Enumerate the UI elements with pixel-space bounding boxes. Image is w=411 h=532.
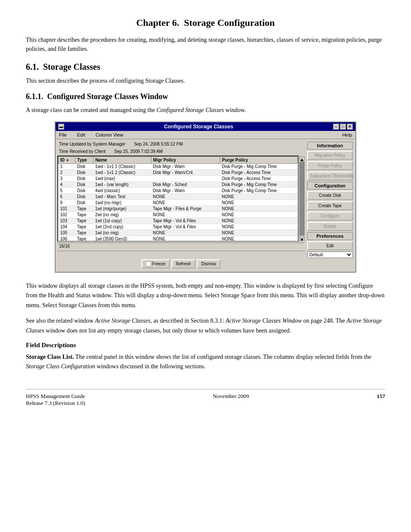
configuration-label: Configuration — [307, 182, 353, 190]
minimize-button[interactable]: – — [333, 124, 339, 130]
table-row[interactable]: 103Tape1wt (1st copy)Tape Migr - Vol & F… — [59, 218, 298, 224]
table-cell-0: 101 — [59, 206, 75, 212]
table-cell-2: 1wd - Marc Test — [93, 194, 151, 200]
freeze-checkbox[interactable] — [146, 261, 151, 267]
freeze-checkbox-label[interactable]: Freeze — [141, 259, 170, 268]
table-cell-1: Tape — [75, 224, 93, 230]
status-updated-value: Sep 24, 2008 5:55:12 PM — [134, 142, 183, 146]
table-cell-3: NONE — [151, 194, 220, 200]
table-cell-1: Disk — [75, 188, 93, 194]
dismiss-button[interactable]: Dismiss — [197, 259, 221, 268]
subsystem-thresholds-button[interactable]: Subsystem Thresholds — [307, 171, 353, 180]
table-row[interactable]: 6Disk1wd - Marc TestNONENONE — [59, 194, 298, 200]
vertical-scrollbar[interactable]: ▲ ▼ — [299, 156, 305, 242]
table-row[interactable]: 105Tape1wt (no mig)NONENONE — [59, 230, 298, 236]
table-row[interactable]: 101Tape1wt (migr/purge)Tape Migr - Files… — [59, 206, 298, 212]
table-cell-2: 1wt (migr/purge) — [93, 206, 151, 212]
window-body: Time Updated by System Manager Sep 24, 2… — [56, 139, 355, 272]
table-cell-3: NONE — [151, 200, 220, 206]
table-cell-4: NONE — [220, 218, 298, 224]
table-cell-1: Tape — [75, 206, 93, 212]
menu-items: File Edit Column View — [57, 132, 125, 138]
table-row[interactable]: 106Tape1wt (3580 Gen3)NONENONE — [59, 236, 298, 242]
table-cell-2: 4wd (classic) — [93, 188, 151, 194]
status-updated-label: Time Updated by System Manager — [59, 142, 125, 146]
body-para-1: This window displays all storage classes… — [26, 281, 385, 310]
maximize-button[interactable]: □ — [340, 124, 346, 130]
window-menubar: File Edit Column View Help — [56, 131, 355, 139]
status-received-value: Sep 25, 2008 7:02:39 AM — [114, 149, 163, 154]
menu-file[interactable]: File — [57, 132, 68, 138]
freeze-label: Freeze — [152, 261, 165, 266]
col-purge-policy[interactable]: Purge Policy — [220, 157, 298, 164]
footer-release: Release 7.3 (Revision 1.0) — [26, 400, 85, 407]
create-disk-button[interactable]: Create Disk — [307, 191, 353, 200]
menu-edit[interactable]: Edit — [75, 132, 87, 138]
table-cell-0: 5 — [59, 188, 75, 194]
section-6-1-1-desc: A storage class can be created and manag… — [26, 106, 385, 115]
table-cell-1: Tape — [75, 236, 93, 242]
right-panel: Information Migration Policy Purge Polic… — [306, 141, 354, 270]
table-cell-2: 1wd - 1v1 1 (Classic) — [93, 164, 151, 170]
configure-button[interactable]: Configure — [307, 212, 353, 221]
table-cell-1: Tape — [75, 230, 93, 236]
window-titlebar: ▬ Configured Storage Classes – □ ✕ — [56, 122, 355, 131]
footer-guide: HPSS Management Guide — [26, 393, 85, 400]
table-cell-4: NONE — [220, 236, 298, 242]
table-row[interactable]: 4Disk1wd - (var length)Disk Migr - Sched… — [59, 182, 298, 188]
col-migr-policy[interactable]: Migr Policy — [151, 157, 220, 164]
table-row[interactable]: 104Tape1wt (2nd copy)Tape Migr - Vol & F… — [59, 224, 298, 230]
delete-button[interactable]: Delete — [307, 222, 353, 231]
purge-policy-button[interactable]: Purge Policy — [307, 161, 353, 170]
horizontal-scrollbar[interactable] — [57, 251, 305, 257]
table-body: 1Disk1wd - 1v1 1 (Classic)Disk Migr - Wa… — [59, 164, 298, 242]
close-button[interactable]: ✕ — [347, 124, 353, 130]
col-type[interactable]: Type — [75, 157, 93, 164]
table-row[interactable]: 3Disk1wd (max)Disk Purge - Access Time — [59, 176, 298, 182]
table-cell-0: 103 — [59, 218, 75, 224]
table-scroll-container: ID ▼ Type Name Migr Policy Purge Policy … — [57, 156, 305, 242]
table-cell-3: NONE — [151, 230, 220, 236]
table-row[interactable]: 2Disk1wd - 1v1 2 (Classic)Disk Migr - Wa… — [59, 170, 298, 176]
edit-button[interactable]: Edit — [307, 241, 353, 250]
field-descriptions-body: Storage Class List. The central panel in… — [26, 352, 385, 372]
table-cell-1: Tape — [75, 212, 93, 218]
table-cell-4: NONE — [220, 230, 298, 236]
table-cell-0: 105 — [59, 230, 75, 236]
table-cell-3: Tape Migr - Vol & Files — [151, 224, 220, 230]
section-6-1-title: 6.1. Storage Classes — [26, 62, 385, 72]
table-cell-4: Disk Purge - Mig Comp Time — [220, 188, 298, 194]
field-descriptions-title: Field Descriptions — [26, 342, 385, 349]
table-cell-4: NONE — [220, 206, 298, 212]
refresh-button[interactable]: Refresh — [171, 259, 195, 268]
table-cell-1: Disk — [75, 200, 93, 206]
window-system-menu[interactable]: ▬ — [58, 124, 64, 130]
table-row[interactable]: 5Disk4wd (classic)Disk Migr - WarnDisk P… — [59, 188, 298, 194]
create-tape-button[interactable]: Create Tape — [307, 201, 353, 210]
footer-page: 157 — [377, 393, 386, 407]
section-6-1-1-title: 6.1.1. Configured Storage Classes Window — [26, 92, 385, 101]
table-cell-4: Disk Purge - Access Time — [220, 170, 298, 176]
migration-policy-button[interactable]: Migration Policy — [307, 151, 353, 160]
table-cell-2: 1wt (1st copy) — [93, 218, 151, 224]
table-row[interactable]: 1Disk1wd - 1v1 1 (Classic)Disk Migr - Wa… — [59, 164, 298, 170]
table-cell-3: Tape Migr - Files & Purge — [151, 206, 220, 212]
table-cell-3: Tape Migr - Vol & Files — [151, 218, 220, 224]
table-cell-0: 102 — [59, 212, 75, 218]
table-cell-0: 1 — [59, 164, 75, 170]
configured-storage-classes-window: ▬ Configured Storage Classes – □ ✕ File … — [55, 121, 356, 273]
default-dropdown[interactable]: Default — [307, 252, 353, 258]
table-row[interactable]: 9Disk1wd (no migr)NONENONE — [59, 200, 298, 206]
section-6-1-desc: This section describes the process of co… — [26, 76, 385, 85]
preferences-label: Preferences — [307, 232, 353, 240]
col-id[interactable]: ID ▼ — [59, 157, 75, 164]
menu-column-view[interactable]: Column View — [94, 132, 125, 138]
col-name[interactable]: Name — [93, 157, 151, 164]
footer-left: HPSS Management Guide Release 7.3 (Revis… — [26, 393, 85, 407]
table-cell-1: Tape — [75, 218, 93, 224]
menu-help[interactable]: Help — [340, 132, 354, 138]
table-cell-1: Disk — [75, 164, 93, 170]
table-cell-1: Disk — [75, 182, 93, 188]
table-container: ID ▼ Type Name Migr Policy Purge Policy … — [57, 156, 299, 242]
table-row[interactable]: 102Tape2wt (no mig)NONENONE — [59, 212, 298, 218]
